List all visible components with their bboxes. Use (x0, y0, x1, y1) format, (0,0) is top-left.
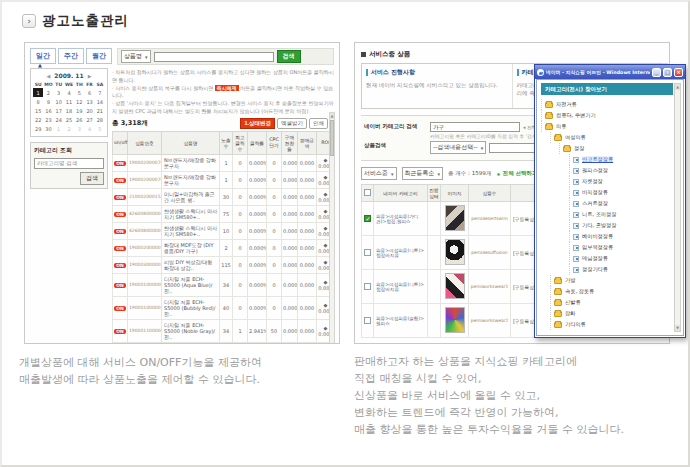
row-checkbox[interactable] (364, 215, 371, 222)
tree-item[interactable]: 데님정장류 (569, 253, 673, 264)
tree-item[interactable]: 가방 (550, 275, 673, 286)
calendar-date[interactable]: 4 (84, 124, 94, 133)
calendar-date[interactable]: 15 (33, 106, 43, 115)
tree-item[interactable]: 니트, 조끼정장 (569, 209, 673, 220)
calendar-date[interactable]: 1 (33, 88, 43, 97)
calendar-date[interactable]: 27 (84, 115, 94, 124)
tree-item[interactable]: 기타의류 (550, 319, 673, 330)
on-off-toggle[interactable]: ON (114, 178, 126, 183)
excel-download-button[interactable]: 엑셀받기 (277, 118, 307, 129)
minimize-button[interactable] (652, 68, 661, 77)
calendar-date[interactable]: 4 (64, 88, 74, 97)
tree-item[interactable]: 컴퓨터, 주변기기 (541, 110, 673, 121)
tree-item[interactable]: 자전거류 (541, 99, 673, 110)
select-all-link[interactable]: 전체 선택하기 (496, 170, 537, 177)
product-name-cell[interactable]: 디지털 저울 ECH-S5000 (Aqua Blue)/전.. (162, 273, 220, 296)
product-name-cell[interactable]: 디지털 저울 ECH-S5000 (Noble Gray)/전.. (162, 319, 220, 342)
sort-order-select[interactable]: 최근등록순 (402, 167, 444, 180)
tree-item[interactable]: 기타, 혼방정장 (569, 220, 673, 231)
product-name-cell[interactable]: 디지털 저울 ECH-S5000 (Bubbly Red)/전.. (162, 296, 220, 319)
service-filter-select[interactable]: 서비스중 (361, 167, 397, 180)
tree-item[interactable]: 반코트정장류 (569, 154, 673, 165)
product-field-select[interactable]: 상품명 (121, 50, 151, 63)
calendar-date[interactable]: 20 (84, 106, 94, 115)
search-option-select[interactable]: --검색내용선택-- (430, 141, 486, 154)
calendar-date[interactable]: 21 (95, 106, 105, 115)
calendar-date[interactable]: 5 (74, 88, 84, 97)
calendar-date[interactable]: 2 (43, 88, 53, 97)
row-checkbox[interactable] (364, 283, 371, 290)
row-checkbox[interactable] (364, 317, 371, 324)
scroll-up-icon[interactable] (675, 84, 680, 90)
scroll-up-icon[interactable] (330, 113, 334, 119)
calendar-date[interactable]: 3 (54, 88, 64, 97)
on-off-toggle[interactable]: ON (114, 263, 126, 268)
calendar-date[interactable]: 6 (84, 88, 94, 97)
tree-item[interactable]: 스커트정장 (569, 198, 673, 209)
tree-item[interactable]: 속옷, 잠옷류 (550, 286, 673, 297)
calendar-date[interactable]: 11 (64, 97, 74, 106)
status-change-button[interactable]: 1.상태변경 (240, 118, 275, 129)
on-off-toggle[interactable]: ON (114, 212, 126, 217)
calendar-date[interactable]: 2 (64, 124, 74, 133)
naver-category-input[interactable] (430, 122, 520, 132)
calendar-date[interactable]: 16 (43, 106, 53, 115)
on-off-toggle[interactable]: ON (114, 283, 126, 288)
period-tab[interactable]: 월간 (86, 48, 112, 64)
product-name-cell[interactable]: N브랜드자/매장용 강화 문구자 (162, 154, 220, 171)
product-name-cell[interactable]: 한샘생활 스웨디시 마사지기 SM580+.. (162, 222, 220, 239)
tree-item[interactable]: 정장 (559, 143, 673, 154)
calendar-date[interactable]: 23 (43, 115, 53, 124)
row-checkbox[interactable] (364, 249, 371, 256)
product-name-cell[interactable]: N브랜드자/매장용 강화 문구자 (162, 171, 220, 188)
calendar-date[interactable]: 28 (95, 115, 105, 124)
on-off-toggle[interactable]: ON (114, 246, 126, 251)
product-name-cell[interactable]: 리빙 DIY 벽상감/대형 화장대 상감.. (162, 342, 220, 343)
tree-item[interactable]: 베이비정장류 (569, 231, 673, 242)
maximize-button[interactable] (663, 68, 672, 77)
calendar-date[interactable]: 24 (54, 115, 64, 124)
calendar-date[interactable]: 18 (64, 106, 74, 115)
print-button[interactable]: 인쇄 (309, 118, 328, 129)
scrollbar[interactable] (329, 112, 335, 343)
on-off-toggle[interactable]: ON (114, 229, 126, 234)
category-search-input[interactable] (34, 158, 104, 169)
calendar-prev-icon[interactable] (46, 73, 50, 79)
tree-item[interactable]: 잡화 (550, 308, 673, 319)
product-name-cell[interactable]: 화장대 MDF도장 (DIY용품/DIY 가구) (162, 239, 220, 256)
calendar-date[interactable]: 30 (43, 124, 53, 133)
popup-titlebar[interactable]: 네이버 - 지식쇼핑 어드민 - Windows Internet E... (535, 65, 685, 79)
product-name-cell[interactable]: 한샘생활 스웨디시 마사지기 SM580+.. (162, 205, 220, 222)
calendar-date[interactable]: 7 (95, 88, 105, 97)
calendar-date[interactable]: 26 (74, 115, 84, 124)
calendar-date[interactable]: 19 (74, 106, 84, 115)
calendar-date[interactable]: 14 (95, 97, 105, 106)
on-off-toggle[interactable]: ON (114, 161, 126, 166)
period-tab[interactable]: 주간 (58, 48, 84, 64)
category-search-button[interactable]: 검색 (80, 172, 104, 185)
calendar-date[interactable]: 22 (33, 115, 43, 124)
calendar-date[interactable]: 29 (33, 124, 43, 133)
calendar-date[interactable]: 5 (95, 124, 105, 133)
scrollbar-thumb[interactable] (330, 120, 334, 156)
scrollbar[interactable] (674, 83, 681, 332)
calendar-date[interactable]: 1 (54, 124, 64, 133)
on-off-toggle[interactable]: ON (114, 195, 126, 200)
tree-item[interactable]: 자켓정장 (569, 176, 673, 187)
calendar-date[interactable]: 17 (54, 106, 64, 115)
product-name-cell[interactable]: 리빙 DIY 벽상감/대형 화장대 상감.. (162, 256, 220, 273)
calendar-date[interactable]: 13 (84, 97, 94, 106)
calendar-date[interactable]: 12 (74, 97, 84, 106)
tree-item[interactable]: 여성의류 (550, 132, 673, 143)
calendar-date[interactable]: 3 (74, 124, 84, 133)
calendar-next-icon[interactable] (88, 73, 92, 79)
search-input[interactable] (154, 52, 274, 62)
tree-item[interactable]: 의류 (541, 121, 673, 132)
select-all-checkbox[interactable] (364, 189, 371, 196)
on-off-toggle[interactable]: ON (114, 329, 126, 334)
tree-item[interactable]: 바지정장류 (569, 187, 673, 198)
on-off-toggle[interactable]: ON (114, 306, 126, 311)
period-tab[interactable]: 일간 (30, 48, 56, 64)
calendar-date[interactable]: 10 (54, 97, 64, 106)
tree-item[interactable]: 원피스정장 (569, 165, 673, 176)
